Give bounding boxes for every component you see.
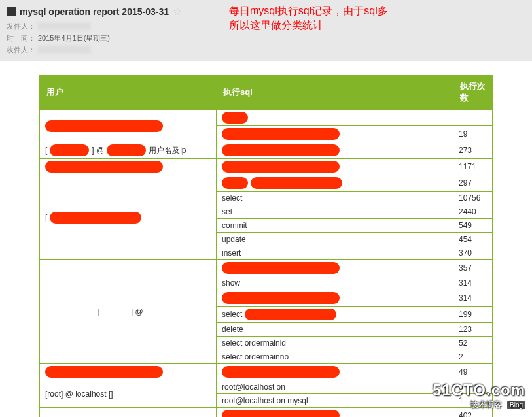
redacted: [222, 177, 248, 189]
report-table: 用户 执行sql 执行次数 19 [] @用户名及ip 273: [39, 75, 493, 417]
sql-cell: show: [217, 276, 453, 290]
redacted: [45, 366, 163, 378]
redacted: [222, 144, 340, 156]
redacted: [45, 120, 163, 132]
count-cell: 314: [453, 290, 493, 307]
to-value-redacted: [38, 46, 90, 54]
table-body: 19 [] @用户名及ip 273 1171 [ 297 select10756…: [40, 110, 493, 418]
sql-cell: [217, 159, 453, 175]
redacted: [50, 212, 141, 224]
table-row: 49: [40, 364, 493, 380]
watermark-sub: 技术博客 Blog: [433, 399, 525, 410]
from-label: 发件人：: [7, 20, 35, 32]
sql-cell: [217, 408, 453, 418]
user-cell: [40, 408, 217, 418]
sql-cell: [217, 110, 453, 126]
table-header-row: 用户 执行sql 执行次数: [40, 75, 493, 110]
sql-cell: root@localhost on mysql: [217, 394, 453, 408]
annotation-line1: 每日mysql执行sql记录，由于sql多: [229, 4, 388, 18]
sql-cell: insert: [217, 246, 453, 260]
sql-cell: [217, 364, 453, 380]
count-cell: 454: [453, 233, 493, 246]
count-cell: 19: [453, 126, 493, 142]
sql-cell: select ordermainid: [217, 337, 453, 350]
mail-icon: [7, 7, 16, 16]
count-cell: 370: [453, 246, 493, 260]
sql-cell: [217, 175, 453, 192]
user-cell: [40, 364, 217, 380]
sql-cell: [217, 126, 453, 142]
sql-cell: [217, 260, 453, 276]
table-row: 1171: [40, 159, 493, 175]
sql-cell: set: [217, 205, 453, 219]
col-count: 执行次数: [453, 75, 493, 110]
user-cell: [] @: [40, 260, 217, 364]
count-cell: 2440: [453, 205, 493, 219]
table-row: [40, 110, 493, 126]
sql-cell: select ordermainno: [217, 350, 453, 364]
annotation-overlay: 每日mysql执行sql记录，由于sql多 所以这里做分类统计: [229, 4, 388, 33]
count-cell: 49: [453, 364, 493, 380]
col-sql: 执行sql: [217, 75, 453, 110]
sql-cell: root@localhost on: [217, 380, 453, 394]
to-label: 收件人：: [7, 44, 35, 56]
count-cell: 2: [453, 350, 493, 364]
redacted: [222, 292, 340, 304]
redacted: [107, 144, 146, 156]
time-value: 2015年4月1日(星期三): [38, 32, 110, 44]
col-user: 用户: [40, 75, 217, 110]
redacted: [50, 144, 89, 156]
count-cell: 52: [453, 337, 493, 350]
count-cell: 10756: [453, 192, 493, 205]
sql-cell: commit: [217, 219, 453, 233]
email-header-wrap: mysql operation report 2015-03-31 ☆ 发件人：…: [0, 0, 532, 61]
count-cell: 273: [453, 142, 493, 159]
redacted: [222, 262, 340, 274]
count-cell: [453, 110, 493, 126]
user-cell: [root] @ localhost []: [40, 380, 217, 408]
redacted: [222, 112, 248, 124]
redacted: [222, 161, 340, 173]
sql-cell: [217, 290, 453, 307]
sql-cell: select: [217, 192, 453, 205]
content-area: 用户 执行sql 执行次数 19 [] @用户名及ip 273: [0, 61, 532, 417]
watermark-blog: Blog: [507, 401, 525, 409]
table-row: [ 297: [40, 175, 493, 192]
from-value-redacted: [38, 22, 90, 30]
count-cell: 1171: [453, 159, 493, 175]
sql-cell: delete: [217, 323, 453, 337]
user-cell: [40, 110, 217, 142]
count-cell: 549: [453, 219, 493, 233]
user-cell: [40, 159, 217, 175]
to-line: 收件人：: [7, 44, 525, 56]
table-row: [root] @ localhost [] root@localhost on …: [40, 380, 493, 394]
table-row: [] @用户名及ip 273: [40, 142, 493, 159]
redacted: [245, 309, 336, 320]
count-cell: 297: [453, 175, 493, 192]
count-cell: 314: [453, 276, 493, 290]
time-line: 时 间： 2015年4月1日(星期三): [7, 32, 525, 44]
redacted: [222, 128, 340, 140]
redacted: [222, 366, 340, 378]
count-cell: 199: [453, 307, 493, 323]
user-ip-label: 用户名及ip: [149, 145, 186, 156]
watermark-main: 51CTO.com: [433, 381, 525, 399]
redacted: [45, 161, 163, 173]
redacted: [222, 410, 340, 417]
user-cell: [: [40, 175, 217, 260]
watermark: 51CTO.com 技术博客 Blog: [433, 381, 525, 410]
annotation-line2: 所以这里做分类统计: [229, 18, 388, 33]
subject-text: mysql operation report 2015-03-31: [20, 7, 169, 17]
user-cell: [] @用户名及ip: [40, 142, 217, 159]
time-label: 时 间：: [7, 32, 35, 44]
count-cell: 123: [453, 323, 493, 337]
sql-cell: select: [217, 307, 453, 323]
redacted: [251, 177, 342, 189]
table-row: [] @ 357: [40, 260, 493, 276]
count-cell: 357: [453, 260, 493, 276]
sql-cell: update: [217, 233, 453, 246]
star-icon[interactable]: ☆: [173, 5, 182, 18]
sql-cell: [217, 142, 453, 159]
table-row: 402: [40, 408, 493, 418]
